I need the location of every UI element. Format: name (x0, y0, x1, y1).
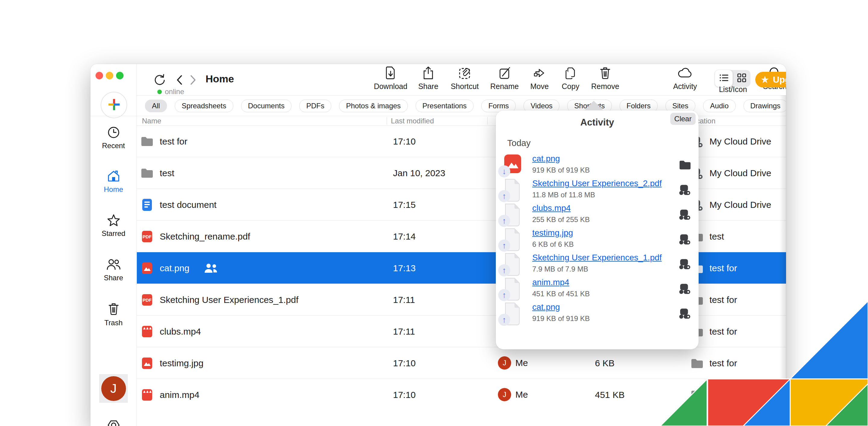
account-button[interactable]: J (99, 374, 128, 403)
grid-icon (737, 73, 747, 84)
icon-view-button[interactable] (733, 70, 750, 87)
popover-arrow (584, 101, 603, 110)
last-modified: 17:14 (393, 231, 415, 242)
activity-file-link[interactable]: clubs.mp4 (532, 203, 571, 213)
sidebar-item-trash[interactable]: Trash (90, 302, 136, 327)
sidebar-item-label: Trash (104, 319, 122, 327)
column-name[interactable]: Name (142, 117, 161, 125)
sidebar-item-recent[interactable]: Recent (90, 126, 136, 150)
file-name: test (160, 168, 174, 178)
sidebar-item-home[interactable]: Home (90, 170, 136, 194)
activity-file-link[interactable]: anim.mp4 (532, 278, 569, 287)
remove-button[interactable]: Remove (583, 66, 628, 91)
filter-chip-documents[interactable]: Documents (241, 100, 291, 112)
activity-button[interactable]: Activity (662, 66, 708, 91)
shortcut-icon (442, 66, 487, 82)
refresh-button[interactable] (153, 73, 167, 88)
pdf-file-icon: PDF (140, 229, 154, 246)
table-row[interactable]: testimg.jpg17:10JMe6 KBtest for (137, 347, 786, 379)
new-item-button[interactable] (101, 92, 127, 118)
zoom-window-button[interactable] (116, 72, 124, 79)
sidebar-item-label: Home (104, 185, 123, 193)
file-name: Sketching_rename.pdf (160, 231, 250, 242)
table-row[interactable]: anim.mp417:10JMe451 KBtest for (137, 379, 786, 410)
activity-entry: ↑Sketching User Experiences_2.pdf11.8 MB… (496, 178, 699, 203)
toolbar-action-label: Shortcut (442, 82, 487, 91)
filter-chip-all[interactable]: All (145, 100, 167, 112)
list-view-button[interactable] (715, 70, 733, 87)
file-location: My Cloud Drive (710, 136, 771, 147)
transfer-progress: 255 KB of 255 KB (532, 216, 590, 224)
drive-dark-icon (678, 232, 692, 247)
activity-file-link[interactable]: testimg.jpg (532, 228, 573, 238)
svg-text:PDF: PDF (143, 234, 152, 239)
drive-dark-icon (678, 307, 692, 322)
close-window-button[interactable] (96, 72, 103, 79)
folder-dark-icon (678, 158, 692, 173)
sidebar-item-label: Starred (101, 229, 125, 237)
last-modified: 17:10 (393, 390, 415, 400)
forward-button[interactable] (187, 74, 198, 87)
file-location: test for (710, 390, 737, 400)
file-name: Sketching User Experiences_1.pdf (160, 295, 299, 305)
settings-button[interactable] (90, 419, 136, 426)
upgrade-button[interactable]: ★ Upgrade (755, 72, 786, 87)
folder-file-icon (140, 134, 154, 151)
owner-cell: JMe (498, 388, 528, 401)
last-modified: Jan 10, 2023 (393, 168, 445, 178)
upload-arrow-icon: ↑ (498, 215, 510, 227)
folder-location-icon (690, 388, 704, 404)
file-location: test for (710, 358, 737, 368)
gear-icon (90, 419, 136, 426)
activity-file-link[interactable]: cat.png (532, 154, 560, 164)
minimize-window-button[interactable] (106, 72, 113, 79)
owner-name: Me (516, 358, 528, 368)
connection-status: online (157, 87, 184, 96)
video-file-icon (140, 388, 154, 404)
last-modified: 17:10 (393, 358, 415, 368)
cloud-icon (662, 66, 708, 82)
transfer-progress: 451 KB of 451 KB (532, 290, 590, 298)
transfer-progress: 919 KB of 919 KB (532, 314, 590, 323)
clear-button[interactable]: Clear (670, 113, 695, 125)
activity-entry: ↑testimg.jpg6 KB of 6 KB (496, 227, 699, 252)
filter-chip-pdfs[interactable]: PDFs (299, 100, 331, 112)
file-location: test for (710, 295, 737, 305)
file-location: My Cloud Drive (710, 200, 771, 210)
image-file-icon (140, 261, 154, 278)
upload-arrow-icon: ↑ (498, 190, 510, 202)
view-toggle-label: List/Icon (710, 85, 755, 94)
back-button[interactable] (175, 74, 185, 87)
folder-location-icon (690, 356, 704, 373)
activity-entry: ↓cat.png919 KB of 919 KB (496, 153, 699, 178)
sidebar-item-label: Recent (102, 142, 125, 150)
activity-entry: ↑clubs.mp4255 KB of 255 KB (496, 203, 699, 227)
activity-file-link[interactable]: Sketching User Experiences_2.pdf (532, 179, 662, 188)
filter-chip-photos-images[interactable]: Photos & images (339, 100, 407, 112)
activity-file-link[interactable]: cat.png (532, 302, 560, 312)
shortcut-button[interactable]: Shortcut (442, 66, 487, 91)
filter-chip-spreadsheets[interactable]: Spreadsheets (175, 100, 233, 112)
svg-text:PDF: PDF (143, 297, 152, 303)
filter-chip-audio[interactable]: Audio (703, 100, 735, 112)
sidebar: RecentHomeStarredShareTrash J (90, 64, 137, 426)
video-file-icon (140, 324, 154, 341)
column-last-modified[interactable]: Last modified (391, 117, 434, 125)
filter-chip-drawings[interactable]: Drawings (744, 100, 786, 112)
view-toggle[interactable] (715, 70, 750, 87)
upload-arrow-icon: ↑ (498, 314, 510, 326)
drive-dark-icon (678, 257, 692, 272)
sidebar-item-starred[interactable]: Starred (90, 214, 136, 238)
file-name: anim.mp4 (160, 390, 199, 400)
star-icon: ★ (761, 75, 770, 84)
sidebar-item-share[interactable]: Share (90, 258, 136, 282)
owner-avatar: J (498, 356, 511, 370)
activity-entry: ↑anim.mp4451 KB of 451 KB (496, 277, 699, 302)
file-location: My Cloud Drive (710, 168, 771, 178)
people-icon (90, 258, 136, 273)
activity-file-link[interactable]: Sketching User Experiences_1.pdf (532, 253, 662, 262)
owner-cell: JMe (498, 356, 528, 370)
upload-arrow-icon: ↑ (498, 239, 510, 252)
transfer-progress: 6 KB of 6 KB (532, 240, 574, 249)
filter-chip-presentations[interactable]: Presentations (415, 100, 474, 112)
